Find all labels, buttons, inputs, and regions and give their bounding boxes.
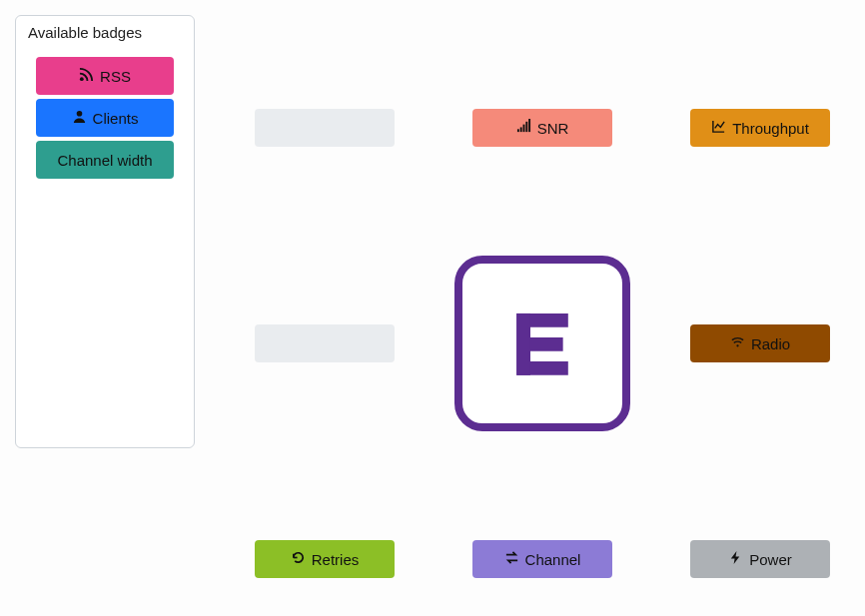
svg-rect-3	[519, 127, 521, 132]
svg-point-0	[80, 77, 84, 81]
svg-rect-4	[522, 125, 524, 133]
svg-point-8	[736, 344, 738, 346]
available-badge-clients[interactable]: Clients	[36, 99, 174, 137]
slot-placeholder[interactable]	[255, 109, 395, 147]
slot-badge-radio[interactable]: Radio	[690, 324, 830, 362]
device-logo	[454, 256, 630, 431]
slot-placeholder[interactable]	[255, 324, 395, 362]
badge-layout-grid: SNRThroughputRadioRetriesChannelPower	[215, 15, 850, 616]
svg-rect-5	[525, 122, 527, 132]
svg-rect-6	[528, 119, 530, 132]
available-badge-channel-width[interactable]: Channel width	[36, 141, 174, 179]
svg-point-1	[76, 111, 82, 117]
rss-icon	[79, 67, 94, 85]
slot-badge-retries[interactable]: Retries	[255, 540, 395, 578]
signal-icon	[516, 119, 531, 137]
slot-badge-channel[interactable]: Channel	[472, 540, 612, 578]
badge-label: RSS	[100, 68, 131, 85]
slot-badge-throughput[interactable]: Throughput	[690, 109, 830, 147]
badge-label: Retries	[312, 551, 360, 568]
bolt-icon	[728, 550, 743, 568]
badge-label: Throughput	[732, 120, 809, 137]
slot-badge-power[interactable]: Power	[690, 540, 830, 578]
badge-label: Power	[749, 551, 792, 568]
slot-badge-snr[interactable]: SNR	[472, 109, 612, 147]
undo-icon	[291, 550, 306, 568]
user-icon	[72, 109, 87, 127]
available-badges-panel: Available badges RSSClientsChannel width	[15, 15, 195, 448]
badge-label: Radio	[751, 335, 790, 352]
badge-label: Channel width	[57, 152, 152, 169]
wifi-icon	[730, 334, 745, 352]
available-badge-rss[interactable]: RSS	[36, 57, 174, 95]
badge-label: SNR	[537, 120, 569, 137]
swap-icon	[504, 550, 519, 568]
chart-icon	[711, 119, 726, 137]
svg-rect-2	[517, 129, 519, 132]
badge-label: Channel	[525, 551, 581, 568]
badge-label: Clients	[93, 110, 139, 127]
panel-title: Available badges	[28, 24, 186, 41]
svg-rect-7	[516, 313, 530, 375]
